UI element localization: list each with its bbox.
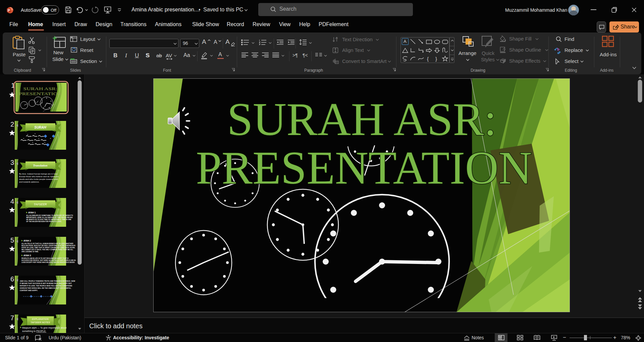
- svg-text:5: 5: [10, 236, 14, 244]
- svg-text:4: 4: [10, 198, 14, 205]
- svg-text:CONTENT AND HAPPY.: CONTENT AND HAPPY.: [20, 290, 38, 291]
- svg-text:Translation: Translation: [33, 164, 47, 167]
- svg-text:AYAH 2: AYAH 2: [23, 240, 31, 242]
- svg-text:IMPORTANCE. HERE ALLAH SWEARS: IMPORTANCE. HERE ALLAH SWEARS BY TIME WH…: [26, 217, 73, 218]
- svg-text:Maqsum alyhi — To give importa: Maqsum alyhi — To give importance about: [22, 327, 66, 329]
- svg-text:AYAH 3: AYAH 3: [23, 254, 31, 257]
- svg-text:TAFSEER NOTES: TAFSEER NOTES: [31, 321, 50, 324]
- svg-text:3: 3: [10, 159, 14, 166]
- svg-text:STATE OF LOSS. TIME THAT IS SP: STATE OF LOSS. TIME THAT IS SPENT CAN NE…: [21, 247, 75, 249]
- svg-text:By time. Indeed human beings a: By time. Indeed human beings are in loss…: [19, 173, 58, 175]
- svg-text:TAFSEER: TAFSEER: [34, 203, 47, 206]
- svg-text:something to PEOPLE.: something to PEOPLE.: [22, 330, 46, 333]
- svg-text:AND CALL PEOPLE TOWARDS TRUTH: AND CALL PEOPLE TOWARDS TRUTH AND TOWARD…: [20, 280, 75, 282]
- svg-text:PEOPLE'S AIM IN LIFE IS TO GET: PEOPLE'S AIM IN LIFE IS TO GET RICH AND …: [21, 258, 68, 259]
- svg-text:ALLAH TELLS US THAT ALL HUMAN: ALLAH TELLS US THAT ALL HUMAN BEINGS ARE…: [21, 243, 73, 245]
- svg-text:OF THE MAJOR REASON FOR PEOPLE: OF THE MAJOR REASON FOR PEOPLE'S LOSS.: [26, 221, 62, 222]
- svg-text:SUCCESS FOR PEOPLE. BUT HERE A: SUCCESS FOR PEOPLE. BUT HERE ALLAH TELLS…: [21, 260, 76, 261]
- svg-text:RATHER IT IS LOSS. THE PEOPLE: RATHER IT IS LOSS. THE PEOPLE WHO FOLLOW…: [20, 285, 72, 287]
- svg-text:2: 2: [10, 121, 14, 128]
- svg-text:WE CANNOT GET IT BACK. THE ONL: WE CANNOT GET IT BACK. THE ONLY COMMON T…: [21, 249, 73, 251]
- svg-text:SURAH: SURAH: [34, 126, 46, 129]
- svg-text:SURAH ASR:: SURAH ASR:: [23, 86, 57, 91]
- svg-text:ARE LOOSING IS TIME.: ARE LOOSING IS TIME.: [21, 251, 39, 253]
- svg-text:P: P: [8, 8, 10, 12]
- svg-text:GIVEN IN THIS SURAH WILL BE TH: GIVEN IN THIS SURAH WILL BE THE ONES IN …: [20, 287, 71, 289]
- svg-text:LOSS EXCEPT FOR THOSE WHO BELI: LOSS EXCEPT FOR THOSE WHO BELIEVE AND DO…: [21, 262, 75, 263]
- svg-text:7: 7: [10, 314, 14, 322]
- svg-text:EXPLANATION: EXPLANATION: [32, 318, 49, 320]
- svg-text:c: c: [557, 51, 559, 55]
- svg-text:RICH OR POOR, HEALTHY OR SICK.: RICH OR POOR, HEALTHY OR SICK. EVERYONE …: [21, 245, 75, 247]
- svg-text:6: 6: [10, 275, 14, 283]
- svg-text:PRESENTATION: PRESENTATION: [19, 91, 62, 96]
- svg-text:HE WANTS US TO GIVE TIME ITS I: HE WANTS US TO GIVE TIME ITS IMPORTANCE.…: [26, 219, 71, 220]
- svg-text:Except those who believe and d: Except those who believe and do righteou…: [19, 175, 59, 178]
- svg-text:deeds and who invite people to: deeds and who invite people towards trut…: [19, 178, 58, 180]
- svg-text:IT MEANS THAT SUCCESS IS NOT I: IT MEANS THAT SUCCESS IS NOT IN BEING RI…: [20, 283, 72, 284]
- svg-text:and towards patience.: and towards patience.: [19, 181, 40, 183]
- svg-text:AYAH 1: AYAH 1: [28, 211, 36, 214]
- svg-text:A: A: [335, 37, 337, 40]
- svg-text:ALLAH SWEARS BY SOMETHING TO I: ALLAH SWEARS BY SOMETHING TO INCREASE OR…: [26, 215, 73, 216]
- svg-text:PRESENTATION: PRESENTATION: [196, 142, 532, 194]
- svg-text:SURAH ASR:: SURAH ASR:: [227, 93, 497, 145]
